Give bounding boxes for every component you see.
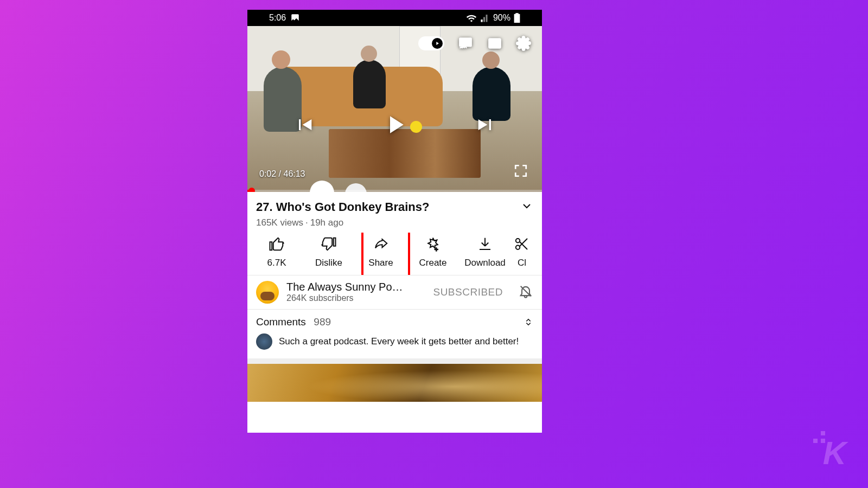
autoplay-toggle[interactable] xyxy=(418,36,444,50)
like-button[interactable]: 6.7K xyxy=(251,236,303,268)
like-count: 6.7K xyxy=(267,258,286,268)
progress-bar[interactable] xyxy=(247,190,542,192)
watermark: K xyxy=(823,434,846,472)
notification-bell[interactable] xyxy=(518,284,533,301)
cc-icon[interactable] xyxy=(487,36,503,50)
download-button[interactable]: Download xyxy=(459,236,511,268)
download-label: Download xyxy=(464,258,506,268)
signal-icon xyxy=(480,13,490,23)
scissors-icon xyxy=(514,236,530,252)
create-button[interactable]: Create xyxy=(407,236,459,268)
play-icon[interactable] xyxy=(380,110,410,139)
video-title: 27. Who's Got Donkey Brains? xyxy=(256,200,429,215)
status-bar: 5:06 90% xyxy=(247,10,542,26)
player-overlay: 0:02 / 46:13 xyxy=(247,26,542,192)
subscribe-button[interactable]: SUBSCRIBED xyxy=(433,286,503,298)
share-icon xyxy=(373,236,389,252)
commenter-avatar xyxy=(256,333,272,350)
channel-row[interactable]: The Always Sunny Po… 264K subscribers SU… xyxy=(247,275,542,310)
bell-off-icon xyxy=(518,284,533,299)
dislike-label: Dislike xyxy=(315,258,342,268)
chevron-down-icon[interactable] xyxy=(520,200,533,213)
subscriber-count: 264K subscribers xyxy=(286,293,425,303)
view-count: 165K views xyxy=(256,217,303,228)
expand-icon[interactable] xyxy=(524,317,533,327)
channel-info: The Always Sunny Po… 264K subscribers xyxy=(286,281,425,303)
clip-label: Cl xyxy=(518,258,526,268)
channel-name: The Always Sunny Po… xyxy=(286,281,425,293)
channel-avatar[interactable] xyxy=(256,281,279,304)
picture-icon xyxy=(290,13,300,23)
playback-time: 0:02 / 46:13 xyxy=(259,169,305,179)
svg-rect-0 xyxy=(514,14,520,23)
comments-label: Comments xyxy=(256,316,306,328)
fullscreen-icon[interactable] xyxy=(514,164,528,180)
title-row[interactable]: 27. Who's Got Donkey Brains? xyxy=(247,192,542,217)
clip-button[interactable]: Cl xyxy=(511,236,533,268)
thumbs-down-icon xyxy=(321,236,337,252)
next-icon[interactable] xyxy=(475,114,496,136)
create-icon xyxy=(425,236,441,252)
upload-age: 19h ago xyxy=(310,217,343,228)
svg-rect-1 xyxy=(515,13,518,14)
cast-icon[interactable] xyxy=(457,36,474,50)
video-player[interactable]: 0:02 / 46:13 xyxy=(247,26,542,192)
previous-icon[interactable] xyxy=(293,114,315,136)
share-label: Share xyxy=(368,258,393,268)
wifi-icon xyxy=(466,12,477,23)
share-button[interactable]: Share xyxy=(355,236,407,268)
thumbs-up-icon xyxy=(269,236,285,252)
action-row: 6.7K Dislike Share Create Download Cl xyxy=(247,233,542,275)
phone-frame: 5:06 90% 0:02 / 46:13 xyxy=(247,10,542,433)
dislike-button[interactable]: Dislike xyxy=(303,236,355,268)
top-comment[interactable]: Such a great podcast. Every week it gets… xyxy=(247,331,542,358)
download-icon xyxy=(477,236,493,252)
top-comment-text: Such a great podcast. Every week it gets… xyxy=(279,336,519,347)
gear-icon[interactable] xyxy=(516,36,531,51)
comments-count: 989 xyxy=(314,316,331,328)
battery-icon xyxy=(514,13,520,23)
battery-percent: 90% xyxy=(493,13,510,23)
create-label: Create xyxy=(419,258,446,268)
section-divider xyxy=(247,358,542,364)
comments-header[interactable]: Comments 989 xyxy=(247,310,542,331)
video-meta: 165K views·19h ago xyxy=(247,217,542,233)
suggested-video-thumbnail[interactable] xyxy=(247,364,542,402)
status-time: 5:06 xyxy=(269,13,286,23)
